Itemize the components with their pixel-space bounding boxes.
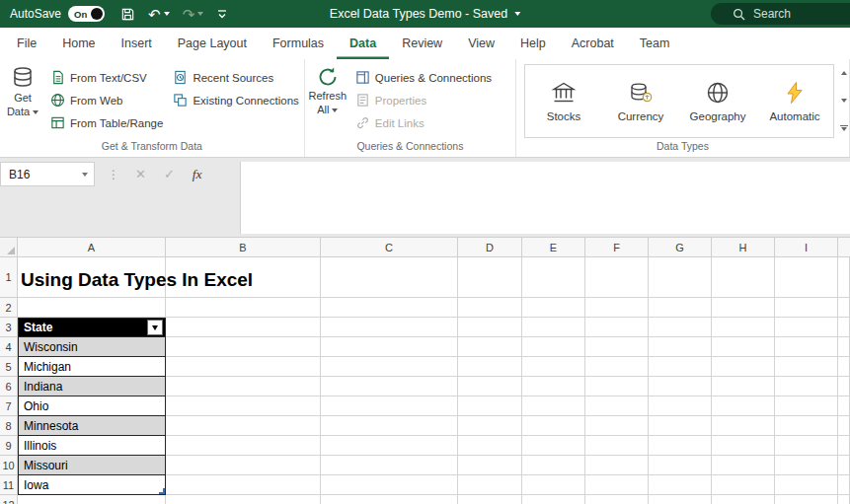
refresh-all-button[interactable]: Refresh All — [305, 59, 350, 140]
cell[interactable] — [166, 377, 321, 396]
tab-data[interactable]: Data — [337, 28, 389, 59]
cell[interactable] — [775, 377, 838, 396]
cell[interactable] — [321, 396, 458, 416]
cell[interactable] — [458, 456, 522, 475]
cell[interactable] — [458, 298, 522, 318]
cell[interactable] — [712, 396, 775, 416]
cell[interactable] — [321, 475, 458, 495]
gallery-scroll-up-button[interactable] — [839, 67, 848, 79]
row-header[interactable]: 8 — [0, 416, 18, 436]
search-input[interactable]: Search — [711, 3, 850, 25]
cell[interactable] — [649, 318, 712, 337]
queries-connections-button[interactable]: Queries & Connections — [350, 67, 497, 88]
customize-qat-button[interactable] — [216, 8, 228, 20]
row-header[interactable]: 11 — [0, 475, 18, 495]
save-button[interactable] — [120, 7, 135, 22]
cell[interactable] — [712, 337, 775, 357]
formula-bar-drag-handle[interactable]: ⋮ — [101, 168, 126, 181]
table-data-cell[interactable]: Iowa — [18, 475, 166, 495]
column-header-i[interactable]: I — [775, 238, 838, 257]
table-data-cell[interactable]: Minnesota — [18, 416, 166, 436]
row-header[interactable]: 9 — [0, 436, 18, 456]
select-all-corner[interactable] — [0, 238, 18, 257]
cell[interactable] — [585, 318, 649, 337]
from-table-range-button[interactable]: From Table/Range — [45, 112, 168, 133]
cell[interactable] — [838, 436, 850, 456]
column-header-b[interactable]: B — [166, 238, 321, 257]
cell[interactable] — [838, 257, 850, 298]
cell[interactable] — [166, 396, 321, 416]
table-data-cell[interactable]: Michigan — [18, 357, 166, 377]
cell[interactable] — [775, 436, 838, 456]
title-dropdown-icon[interactable] — [514, 12, 520, 16]
table-data-cell[interactable]: Missouri — [18, 456, 166, 475]
cell[interactable] — [522, 257, 585, 298]
currency-data-type[interactable]: Currency — [602, 65, 679, 137]
automatic-data-type[interactable]: Automatic — [756, 65, 833, 137]
cell[interactable] — [712, 495, 775, 504]
cell[interactable] — [838, 337, 850, 357]
cell[interactable] — [166, 298, 321, 318]
cancel-button[interactable]: ✕ — [126, 167, 155, 181]
cell[interactable] — [522, 436, 585, 456]
cell[interactable] — [458, 357, 522, 377]
insert-function-button[interactable]: fx — [184, 167, 211, 182]
cell[interactable] — [838, 396, 850, 416]
cell[interactable] — [458, 337, 522, 357]
cell[interactable] — [321, 298, 458, 318]
table-header-cell[interactable]: State — [18, 318, 166, 337]
cell[interactable] — [712, 436, 775, 456]
cell[interactable] — [321, 416, 458, 436]
row-header[interactable]: 7 — [0, 396, 18, 416]
cell[interactable] — [712, 318, 775, 337]
cell[interactable] — [649, 377, 712, 396]
cell[interactable] — [585, 337, 649, 357]
cell[interactable] — [458, 318, 522, 337]
cell[interactable] — [166, 416, 321, 436]
gallery-more-button[interactable] — [839, 122, 848, 134]
cell[interactable] — [18, 298, 166, 318]
column-header-e[interactable]: E — [522, 238, 585, 257]
name-box-dropdown[interactable] — [76, 173, 94, 177]
stocks-data-type[interactable]: Stocks — [525, 65, 602, 137]
table-data-cell[interactable]: Indiana — [18, 377, 166, 396]
cell[interactable] — [522, 475, 585, 495]
cell[interactable] — [585, 377, 649, 396]
cell[interactable] — [649, 357, 712, 377]
cell[interactable] — [649, 416, 712, 436]
tab-home[interactable]: Home — [49, 28, 108, 59]
cell[interactable] — [166, 337, 321, 357]
cell[interactable] — [166, 436, 321, 456]
tab-page-layout[interactable]: Page Layout — [165, 28, 260, 59]
cell[interactable] — [458, 475, 522, 495]
cell[interactable] — [585, 396, 649, 416]
table-data-cell[interactable]: Ohio — [18, 396, 166, 416]
tab-acrobat[interactable]: Acrobat — [559, 28, 627, 59]
cell[interactable] — [458, 495, 522, 504]
column-header-f[interactable]: F — [585, 238, 649, 257]
edit-links-button[interactable]: Edit Links — [350, 112, 497, 133]
cell[interactable] — [585, 475, 649, 495]
cell[interactable] — [522, 396, 585, 416]
column-header-h[interactable]: H — [712, 238, 775, 257]
cell[interactable] — [585, 436, 649, 456]
cell[interactable] — [522, 298, 585, 318]
column-header-c[interactable]: C — [321, 238, 458, 257]
autosave-toggle[interactable]: On — [68, 6, 105, 22]
cell[interactable] — [585, 357, 649, 377]
cell[interactable] — [321, 377, 458, 396]
undo-button[interactable]: ↶ — [148, 7, 170, 22]
filter-dropdown-button[interactable] — [147, 320, 163, 335]
cell[interactable] — [585, 416, 649, 436]
cell[interactable] — [649, 495, 712, 504]
tab-file[interactable]: File — [4, 28, 49, 59]
tab-view[interactable]: View — [455, 28, 507, 59]
cell[interactable] — [649, 298, 712, 318]
cell[interactable] — [775, 337, 838, 357]
cell[interactable] — [649, 475, 712, 495]
cell[interactable] — [712, 456, 775, 475]
tab-insert[interactable]: Insert — [109, 28, 165, 59]
tab-help[interactable]: Help — [507, 28, 559, 59]
tab-formulas[interactable]: Formulas — [260, 28, 337, 59]
name-box[interactable]: B16 — [0, 162, 95, 186]
